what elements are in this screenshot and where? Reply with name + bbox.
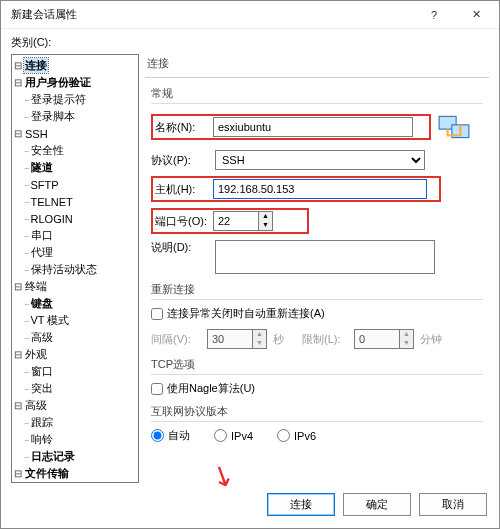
radio-ipv6[interactable]: IPv6 [277, 429, 316, 442]
connection-pane: 常规 名称(N): 协议(P): SSH [145, 77, 489, 483]
group-general: 常规 名称(N): 协议(P): SSH [151, 86, 483, 274]
tree-ssh[interactable]: ⊟SSH [12, 125, 138, 142]
reconnect-checkbox-label: 连接异常关闭时自动重新连接(A) [167, 306, 325, 321]
ok-button[interactable]: 确定 [343, 493, 411, 516]
tree-connection[interactable]: ⊟连接 [12, 57, 138, 74]
port-spinner[interactable]: ▲▼ [213, 211, 273, 231]
protocol-select[interactable]: SSH [215, 150, 425, 170]
port-label: 端口号(O): [155, 214, 207, 229]
spin-up-icon[interactable]: ▲ [259, 212, 272, 221]
tree-trace[interactable]: ···跟踪 [12, 414, 138, 431]
tree-highlight[interactable]: ···突出 [12, 380, 138, 397]
tree-login-script[interactable]: ···登录脚本 [12, 108, 138, 125]
highlight-name: 名称(N): [151, 114, 431, 140]
help-button[interactable]: ? [413, 1, 455, 29]
tree-telnet[interactable]: ···TELNET [12, 193, 138, 210]
connection-icon [437, 110, 471, 144]
tree-vtmode[interactable]: ···VT 模式 [12, 312, 138, 329]
name-input[interactable] [213, 117, 413, 137]
nagle-label: 使用Nagle算法(U) [167, 381, 255, 396]
tree-advanced[interactable]: ⊟高级 [12, 397, 138, 414]
host-input[interactable] [213, 179, 427, 199]
spin-down-icon[interactable]: ▼ [259, 221, 272, 230]
tree-keepalive[interactable]: ···保持活动状态 [12, 261, 138, 278]
category-tree[interactable]: ⊟连接 ⊟用户身份验证 ···登录提示符 ···登录脚本 ⊟SSH ···安全性… [11, 54, 139, 483]
desc-label: 说明(D): [151, 240, 209, 255]
tree-window[interactable]: ···窗口 [12, 363, 138, 380]
limit-spinner: ▲▼ [354, 329, 414, 349]
reconnect-checkbox[interactable] [151, 308, 163, 320]
interval-label: 间隔(V): [151, 332, 201, 347]
group-ipver: 互联网协议版本 自动 IPv4 IPv6 [151, 404, 483, 443]
group-tcp: TCP选项 使用Nagle算法(U) [151, 357, 483, 396]
tree-tunnel[interactable]: ···隧道 [12, 159, 138, 176]
category-label: 类别(C): [11, 36, 51, 48]
protocol-label: 协议(P): [151, 153, 209, 168]
group-tcp-title: TCP选项 [151, 357, 483, 375]
name-label: 名称(N): [155, 120, 207, 135]
interval-unit: 秒 [273, 332, 284, 347]
group-reconnect-title: 重新连接 [151, 282, 483, 300]
interval-input [207, 329, 253, 349]
close-button[interactable]: ✕ [455, 1, 497, 29]
tree-appearance[interactable]: ⊟外观 [12, 346, 138, 363]
titlebar: 新建会话属性 ? ✕ [1, 1, 499, 29]
connect-button[interactable]: 连接 [267, 493, 335, 516]
tree-login-prompt[interactable]: ···登录提示符 [12, 91, 138, 108]
cancel-button[interactable]: 取消 [419, 493, 487, 516]
spin-up-icon: ▲ [400, 330, 413, 339]
dialog-buttons: ↘ 连接 确定 取消 [1, 483, 499, 528]
tree-rlogin[interactable]: ···RLOGIN [12, 210, 138, 227]
group-ipver-title: 互联网协议版本 [151, 404, 483, 422]
spin-up-icon: ▲ [253, 330, 266, 339]
tree-serial[interactable]: ···串口 [12, 227, 138, 244]
limit-label: 限制(L): [302, 332, 348, 347]
port-input[interactable] [213, 211, 259, 231]
pane-title: 连接 [145, 54, 489, 77]
tree-advanced-terminal[interactable]: ···高级 [12, 329, 138, 346]
tree-filetransfer[interactable]: ⊟文件传输 [12, 465, 138, 482]
interval-spinner: ▲▼ [207, 329, 267, 349]
host-label: 主机(H): [155, 182, 207, 197]
tree-security[interactable]: ···安全性 [12, 142, 138, 159]
limit-input [354, 329, 400, 349]
nagle-checkbox[interactable] [151, 383, 163, 395]
radio-auto[interactable]: 自动 [151, 428, 190, 443]
highlight-host: 主机(H): [151, 176, 441, 202]
reconnect-checkbox-row: 连接异常关闭时自动重新连接(A) [151, 306, 483, 321]
tree-keyboard[interactable]: ···键盘 [12, 295, 138, 312]
desc-textarea[interactable] [215, 240, 435, 274]
radio-ipv4[interactable]: IPv4 [214, 429, 253, 442]
dialog-window: 新建会话属性 ? ✕ 类别(C): ⊟连接 ⊟用户身份验证 ···登录提示符 ·… [0, 0, 500, 529]
category-label-row: 类别(C): [1, 29, 499, 54]
tree-auth[interactable]: ⊟用户身份验证 [12, 74, 138, 91]
limit-unit: 分钟 [420, 332, 442, 347]
tree-bell[interactable]: ···响铃 [12, 431, 138, 448]
tree-proxy[interactable]: ···代理 [12, 244, 138, 261]
tree-terminal[interactable]: ⊟终端 [12, 278, 138, 295]
group-reconnect: 重新连接 连接异常关闭时自动重新连接(A) 间隔(V): ▲▼ 秒 限制(L): [151, 282, 483, 349]
tree-sftp[interactable]: ···SFTP [12, 176, 138, 193]
tree-logging[interactable]: ···日志记录 [12, 448, 138, 465]
spin-down-icon: ▼ [253, 339, 266, 348]
window-title: 新建会话属性 [11, 7, 413, 22]
spin-down-icon: ▼ [400, 339, 413, 348]
highlight-port: 端口号(O): ▲▼ [151, 208, 309, 234]
group-general-title: 常规 [151, 86, 483, 104]
